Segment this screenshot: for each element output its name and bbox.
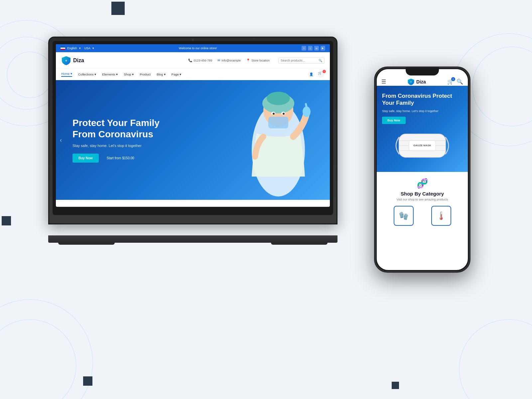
phone-logo-text: Diza bbox=[416, 79, 426, 84]
phone-hero-buy-button[interactable]: Buy Now bbox=[382, 117, 406, 124]
location-text: Store location bbox=[251, 59, 270, 62]
hero-title-line2: From Coronavirus bbox=[72, 129, 153, 139]
nav-item-collections[interactable]: Collections ▾ bbox=[78, 72, 96, 76]
laptop-mockup: English ▾ USA ▾ Welcome to our online st… bbox=[48, 37, 337, 243]
svg-point-8 bbox=[273, 113, 275, 115]
top-bar-left: English ▾ USA ▾ bbox=[61, 47, 94, 50]
phone-number: 0123-456-789 bbox=[194, 59, 212, 62]
hero-prev-button[interactable]: ‹ bbox=[60, 137, 62, 144]
hero-section: ‹ Protect Your Family From Coronavirus S… bbox=[56, 80, 330, 200]
hero-subtitle: Stay safe, stay home. Let's stop it toge… bbox=[72, 144, 160, 148]
laptop-screen-bezel: English ▾ USA ▾ Welcome to our online st… bbox=[53, 41, 333, 215]
svg-point-9 bbox=[283, 113, 285, 115]
phone-icon: 📞 bbox=[188, 59, 192, 62]
welcome-message: Welcome to our online store! bbox=[179, 47, 217, 50]
svg-text:+: + bbox=[65, 59, 67, 63]
location-icon: 📍 bbox=[246, 59, 250, 62]
svg-line-11 bbox=[306, 104, 307, 107]
flag-icon bbox=[61, 47, 65, 50]
phone-hero-title-line1: From Coronavirus Protect bbox=[382, 93, 452, 99]
linkedin-icon[interactable]: in bbox=[314, 46, 319, 51]
nav-item-blog[interactable]: Blog ▾ bbox=[157, 72, 166, 76]
svg-rect-5 bbox=[268, 117, 288, 128]
laptop-camera bbox=[192, 39, 194, 41]
navigation: Home ▾ Collections ▾ Elements ▾ Shop ▾ P… bbox=[56, 69, 330, 80]
email-icon: ✉ bbox=[217, 59, 220, 62]
search-input[interactable] bbox=[281, 59, 317, 62]
nav-right: 👤 🛒 0 bbox=[308, 71, 325, 78]
dna-icon: 🧬 bbox=[381, 178, 463, 189]
cart-icon[interactable]: 🛒 0 bbox=[318, 71, 325, 78]
nav-item-shop[interactable]: Shop ▾ bbox=[124, 72, 134, 76]
laptop-base bbox=[48, 235, 337, 243]
phone-hero: From Coronavirus Protect Your Family Sta… bbox=[377, 86, 468, 172]
phone-mockup: ☰ + Diza 🛒 0 🔍 bbox=[374, 66, 470, 273]
laptop-screen: English ▾ USA ▾ Welcome to our online st… bbox=[56, 44, 330, 207]
youtube-icon[interactable]: ▶ bbox=[321, 46, 325, 51]
nurse-figure bbox=[237, 83, 320, 200]
cart-badge: 0 bbox=[323, 70, 326, 73]
phone-cart[interactable]: 🛒 0 bbox=[447, 78, 454, 85]
gauze-mask-svg: GAUZE MASK bbox=[392, 124, 452, 167]
phone-hero-subtitle: Stay safe, stay home. Let's stop it toge… bbox=[382, 109, 463, 113]
logo[interactable]: + Diza bbox=[61, 56, 84, 66]
mask-product-image: GAUZE MASK bbox=[382, 124, 463, 167]
user-icon[interactable]: 👤 bbox=[308, 71, 315, 78]
phone-logo-shield-icon: + bbox=[407, 78, 415, 85]
hamburger-icon[interactable]: ☰ bbox=[381, 78, 386, 85]
hero-price: Start from $150.00 bbox=[107, 156, 134, 160]
svg-text:GAUZE MASK: GAUZE MASK bbox=[413, 144, 431, 147]
category-icons-row: 🧤 🌡️ bbox=[381, 206, 463, 226]
location-contact: 📍 Store location bbox=[246, 59, 270, 62]
header: + Diza 📞 0123-456-789 ✉ info@example bbox=[56, 52, 330, 69]
phone-search-icon[interactable]: 🔍 bbox=[457, 78, 463, 85]
search-bar[interactable]: 🔍 bbox=[278, 58, 325, 64]
category-section-title: Shop By Category bbox=[381, 191, 463, 197]
social-icons: f t in ▶ bbox=[302, 46, 325, 51]
hero-content: Protect Your Family From Coronavirus Sta… bbox=[72, 117, 160, 163]
nav-item-page[interactable]: Page ▾ bbox=[172, 72, 182, 76]
phone-contact: 📞 0123-456-789 bbox=[188, 59, 212, 62]
nav-item-product[interactable]: Product bbox=[140, 72, 151, 76]
twitter-icon[interactable]: t bbox=[308, 46, 313, 51]
top-bar: English ▾ USA ▾ Welcome to our online st… bbox=[56, 44, 330, 52]
hero-title-line1: Protect Your Family bbox=[72, 118, 160, 128]
facebook-icon[interactable]: f bbox=[302, 46, 306, 51]
email-contact: ✉ info@example bbox=[217, 59, 241, 62]
phone-header-icons: 🛒 0 🔍 bbox=[447, 78, 463, 85]
phone-screen: ☰ + Diza 🛒 0 🔍 bbox=[377, 69, 468, 270]
logo-shield-icon: + bbox=[61, 56, 71, 66]
phone-hero-title: From Coronavirus Protect Your Family bbox=[382, 92, 463, 107]
nav-item-elements[interactable]: Elements ▾ bbox=[102, 72, 118, 76]
email-address: info@example bbox=[221, 59, 241, 62]
hero-title: Protect Your Family From Coronavirus bbox=[72, 117, 160, 140]
svg-text:+: + bbox=[410, 80, 412, 83]
logo-text: Diza bbox=[73, 58, 84, 64]
category-section-subtitle: Visit our shop to see amazing products bbox=[381, 198, 463, 201]
nav-item-home[interactable]: Home ▾ bbox=[61, 72, 72, 77]
svg-point-4 bbox=[267, 92, 290, 105]
category-thermometer[interactable]: 🌡️ bbox=[431, 206, 451, 226]
laptop-outer: English ▾ USA ▾ Welcome to our online st… bbox=[48, 37, 337, 224]
phone-outer: ☰ + Diza 🛒 0 🔍 bbox=[374, 66, 470, 273]
phone-logo[interactable]: + Diza bbox=[407, 78, 426, 85]
phone-category-section: 🧬 Shop By Category Visit our shop to see… bbox=[377, 172, 468, 229]
language-label[interactable]: English bbox=[67, 47, 77, 50]
laptop-foot-left bbox=[58, 242, 115, 245]
category-gloves[interactable]: 🧤 bbox=[394, 206, 414, 226]
region-label[interactable]: USA bbox=[84, 47, 91, 50]
laptop-foot-right bbox=[271, 242, 328, 245]
phone-notch bbox=[406, 67, 439, 75]
phone-cart-badge: 0 bbox=[451, 77, 455, 81]
hero-buy-button[interactable]: Buy Now bbox=[72, 154, 99, 163]
header-contacts: 📞 0123-456-789 ✉ info@example 📍 Store lo… bbox=[188, 58, 325, 64]
phone-hero-title-line2: Your Family bbox=[382, 100, 414, 106]
search-icon[interactable]: 🔍 bbox=[319, 59, 322, 62]
